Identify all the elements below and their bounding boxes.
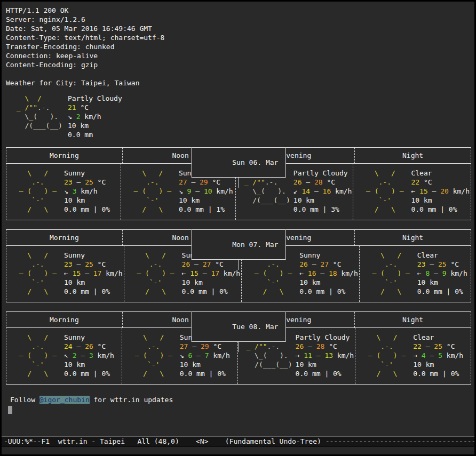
date-label: Sun 06. Mar [232,158,278,166]
follow-prefix: Follow [10,396,39,404]
condition-label: Sunny [64,333,121,342]
emacs-modeline: -UUU:%*--F1 wttr.in - Taipei All (48,0) … [2,436,474,447]
temperature-value: 26 – 28 °C [293,178,352,187]
condition-label: Partly Cloudy [296,333,354,342]
precipitation-value: 0.0 mm | 0% [182,287,241,296]
blank-line [6,69,471,78]
column-header-night: Night [354,148,471,163]
visibility-value: 10 km [413,360,470,369]
condition-label: Partly Cloudy [293,169,352,178]
visibility-value: 10 km [411,196,470,205]
wind-value: ← 15 – 17 km/h [64,269,123,278]
forecast-cell-night: \ / .-. – ( ) – `-' / \ Clear 22 – 25 °C… [355,328,471,384]
location-line: Weather for City: Taipei, Taiwan [6,78,471,87]
column-header-morning: Morning [6,230,122,245]
condition-label: Sunny [64,251,123,260]
http-header-server: Server: nginx/1.2.6 [6,15,471,24]
visibility-value: 10 km [64,278,123,287]
current-conditions: \ / _ /"".-. \_( ). /(___(__) Partly Clo… [6,94,471,139]
forecast-cell-morning: \ / .-. – ( ) – `-' / \ Sunny 24 – 26 °C… [6,328,122,384]
precipitation-value: 0.0 mm | 3% [293,205,352,214]
precipitation-value: 0.0 mm | 0% [64,287,123,296]
forecast-cell-night: \ / .-. – ( ) – `-' / \ Clear 22 °C ← 15… [353,164,471,220]
current-weather-art: \ / _ /"".-. \_( ). /(___(__) [6,94,68,139]
visibility-value: 10 km [64,360,121,369]
http-header-date: Date: Sat, 05 Mar 2016 16:49:46 GMT [6,24,471,33]
forecast-day-sun: Sun 06. Mar Morning Noon Evening Night \… [6,147,471,220]
column-header-morning: Morning [6,148,122,163]
weather-art: \ / .-. – ( ) – `-' / \ [11,333,64,378]
temperature-value: 26 – 27 °C [182,260,241,269]
http-header-connection: Connection: keep-alive [6,51,471,60]
column-header-night: Night [354,312,471,327]
current-condition-label: Partly Cloudy [68,94,122,103]
precipitation-value: 0.0 mm | 0% [64,205,120,214]
condition-label: Sunny [299,251,358,260]
temperature-value: 22 – 25 °C [413,342,470,351]
visibility-value: 10 km [293,196,352,205]
wind-value: → 4 – 5 km/h [413,351,470,360]
condition-label: Clear [417,251,470,260]
current-precipitation-value: 0.0 mm [68,130,122,139]
wind-value: → 11 – 13 km/h [296,351,354,360]
precipitation-value: 0.0 mm | 1% [179,205,234,214]
column-header-morning: Morning [6,312,122,327]
temperature-value: 26 – 28 °C [296,342,354,351]
precipitation-value: 0.0 mm | 0% [64,369,121,378]
wind-value: ← 15 – 20 km/h [411,187,470,196]
temperature-value: 27 – 29 °C [180,342,236,351]
weather-art: \ / .-. – ( ) – `-' / \ [11,251,64,296]
temperature-value: 27 – 29 °C [179,178,234,187]
condition-label: Sunny [64,169,120,178]
precipitation-value: 0.0 mm | 0% [299,287,358,296]
weather-art: \ / .-. – ( ) – `-' / \ [360,333,413,378]
date-label: Mon 07. Mar [232,241,278,249]
date-box: Sun 06. Mar [192,147,286,178]
text-cursor [8,406,12,414]
visibility-value: 10 km [296,360,354,369]
current-temperature-value: 21 °C [68,103,122,112]
weather-art: \ / .-. – ( ) – `-' / \ [11,169,64,214]
precipitation-value: 0.0 mm | 0% [413,369,470,378]
http-header-content-type: Content-Type: text/html; charset=utf-8 [6,33,471,42]
http-status-line: HTTP/1.1 200 OK [6,6,471,15]
http-header-transfer-encoding: Transfer-Encoding: chunked [6,42,471,51]
date-label: Tue 08. Mar [232,323,278,331]
emacs-buffer[interactable]: HTTP/1.1 200 OK Server: nginx/1.2.6 Date… [2,2,474,454]
temperature-value: 23 – 25 °C [64,178,120,187]
precipitation-value: 0.0 mm | 0% [417,287,470,296]
temperature-value: 26 – 27 °C [299,260,358,269]
wind-value: ↖ 2 – 3 km/h [64,351,121,360]
date-box: Tue 08. Mar [192,311,286,342]
visibility-value: 10 km [64,196,120,205]
wind-value: ↙ 14 – 16 km/h [293,187,352,196]
condition-label: Clear [413,333,470,342]
forecast-cell-morning: \ / .-. – ( ) – `-' / \ Sunny 23 – 25 °C… [6,164,121,220]
date-box: Mon 07. Mar [192,229,286,260]
weather-art: \ / .-. – ( ) – `-' / \ [125,169,179,214]
condition-label: Clear [411,169,470,178]
follow-suffix: for wttr.in updates [90,396,173,404]
current-wind-value: ↘ 2 km/h [68,112,122,121]
twitter-handle-link[interactable]: @igor_chubin [39,396,90,404]
visibility-value: 10 km [299,278,358,287]
forecast-cell-night: \ / .-. – ( ) – `-' / \ Clear 23 – 25 °C… [359,246,471,302]
temperature-value: 24 – 26 °C [64,342,121,351]
precipitation-value: 0.0 mm | 0% [411,205,470,214]
wind-value: ↘ 9 – 10 km/h [179,187,234,196]
weather-art: \ / .-. – ( ) – `-' / \ [126,333,180,378]
forecast-cell-morning: \ / .-. – ( ) – `-' / \ Sunny 23 – 25 °C… [6,246,124,302]
temperature-value: 23 – 25 °C [417,260,470,269]
precipitation-value: 0.0 mm | 0% [296,369,354,378]
wind-value: ↘ 3 km/h [64,187,120,196]
visibility-value: 10 km [182,278,241,287]
wind-value: ← 8 – 9 km/h [417,269,470,278]
visibility-value: 10 km [179,196,234,205]
temperature-value: 23 – 25 °C [64,260,123,269]
forecast-day-tue: Tue 08. Mar Morning Noon Evening Night \… [6,311,471,385]
wind-value: ← 16 – 18 km/h [299,269,358,278]
visibility-value: 10 km [417,278,470,287]
weather-art: \ / .-. – ( ) – `-' / \ [129,251,182,296]
follow-line: Follow @igor_chubin for wttr.in updates [10,395,471,404]
http-header-content-encoding: Content-Encoding: gzip [6,60,471,69]
